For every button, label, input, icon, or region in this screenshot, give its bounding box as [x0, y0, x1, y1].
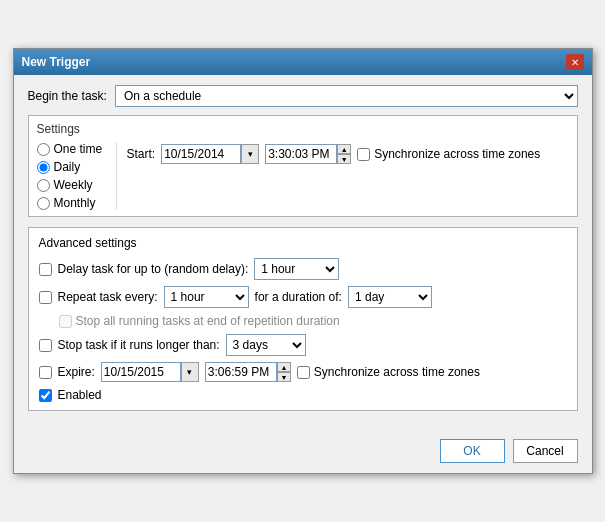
radio-monthly-label: Monthly [54, 196, 96, 210]
expire-row: Expire: ▾ ▲ ▼ Synchronize across time zo… [39, 362, 567, 382]
expire-sync-label: Synchronize across time zones [314, 365, 480, 379]
expire-date-input[interactable] [101, 362, 181, 382]
start-time-input[interactable] [265, 144, 337, 164]
start-time-spin: ▲ ▼ [337, 144, 351, 164]
radio-monthly[interactable]: Monthly [37, 196, 106, 210]
start-date-calendar-btn[interactable]: ▾ [241, 144, 259, 164]
advanced-title: Advanced settings [39, 236, 567, 250]
close-button[interactable]: ✕ [566, 54, 584, 70]
sync-timezone-label: Synchronize across time zones [374, 147, 540, 161]
title-bar: New Trigger ✕ [14, 49, 592, 75]
stop-running-checkbox[interactable] [59, 315, 72, 328]
sync-timezone-row[interactable]: Synchronize across time zones [357, 147, 540, 161]
radio-one-time-input[interactable] [37, 143, 50, 156]
start-date-input[interactable] [161, 144, 241, 164]
enabled-row: Enabled [39, 388, 567, 402]
radio-one-time[interactable]: One time [37, 142, 106, 156]
expire-date-field: ▾ [101, 362, 199, 382]
expire-time-down[interactable]: ▼ [277, 372, 291, 382]
expire-sync-checkbox[interactable] [297, 366, 310, 379]
expire-date-calendar-btn[interactable]: ▾ [181, 362, 199, 382]
radio-group: One time Daily Weekly Monthly [37, 142, 117, 210]
duration-select[interactable]: 1 day 1 hour Indefinitely [348, 286, 432, 308]
cancel-button[interactable]: Cancel [513, 439, 578, 463]
start-date-field: ▾ [161, 144, 259, 164]
delay-task-select[interactable]: 1 hour 30 minutes 1 day Disabled [254, 258, 339, 280]
repeat-task-checkbox[interactable] [39, 291, 52, 304]
expire-checkbox[interactable] [39, 366, 52, 379]
stop-longer-row: Stop task if it runs longer than: 3 days… [39, 334, 567, 356]
repeat-task-row: Repeat task every: 1 hour 30 minutes 1 d… [39, 286, 567, 308]
enabled-checkbox[interactable] [39, 389, 52, 402]
expire-time-field: ▲ ▼ [205, 362, 291, 382]
start-row: Start: ▾ ▲ ▼ [127, 144, 569, 164]
delay-task-row: Delay task for up to (random delay): 1 h… [39, 258, 567, 280]
delay-task-checkbox[interactable] [39, 263, 52, 276]
repeat-task-label: Repeat task every: [58, 290, 158, 304]
stop-longer-checkbox[interactable] [39, 339, 52, 352]
for-duration-label: for a duration of: [255, 290, 342, 304]
radio-daily-label: Daily [54, 160, 81, 174]
radio-one-time-label: One time [54, 142, 103, 156]
radio-daily-input[interactable] [37, 161, 50, 174]
stop-longer-label: Stop task if it runs longer than: [58, 338, 220, 352]
radio-monthly-input[interactable] [37, 197, 50, 210]
begin-label: Begin the task: [28, 89, 107, 103]
settings-inner: One time Daily Weekly Monthly [37, 142, 569, 210]
expire-time-spin: ▲ ▼ [277, 362, 291, 382]
radio-daily[interactable]: Daily [37, 160, 106, 174]
delay-task-label: Delay task for up to (random delay): [58, 262, 249, 276]
start-time-down[interactable]: ▼ [337, 154, 351, 164]
stop-running-label: Stop all running tasks at end of repetit… [76, 314, 340, 328]
expire-time-up[interactable]: ▲ [277, 362, 291, 372]
expire-label: Expire: [58, 365, 95, 379]
new-trigger-dialog: New Trigger ✕ Begin the task: On a sched… [13, 48, 593, 474]
expire-sync-row[interactable]: Synchronize across time zones [297, 365, 480, 379]
repeat-task-select[interactable]: 1 hour 30 minutes 1 day [164, 286, 249, 308]
enabled-label: Enabled [58, 388, 102, 402]
stop-running-row: Stop all running tasks at end of repetit… [59, 314, 567, 328]
settings-group: Settings One time Daily Weekly [28, 115, 578, 217]
radio-weekly-label: Weekly [54, 178, 93, 192]
start-time-up[interactable]: ▲ [337, 144, 351, 154]
dialog-body: Begin the task: On a schedule At log on … [14, 75, 592, 431]
dialog-title: New Trigger [22, 55, 91, 69]
begin-task-row: Begin the task: On a schedule At log on … [28, 85, 578, 107]
start-section: Start: ▾ ▲ ▼ [127, 142, 569, 210]
expire-time-input[interactable] [205, 362, 277, 382]
dialog-footer: OK Cancel [14, 431, 592, 473]
ok-button[interactable]: OK [440, 439, 505, 463]
begin-select[interactable]: On a schedule At log on At startup On an… [115, 85, 578, 107]
stop-longer-select[interactable]: 3 days 1 hour 1 day [226, 334, 306, 356]
radio-weekly[interactable]: Weekly [37, 178, 106, 192]
advanced-settings-group: Advanced settings Delay task for up to (… [28, 227, 578, 411]
radio-weekly-input[interactable] [37, 179, 50, 192]
start-time-field: ▲ ▼ [265, 144, 351, 164]
start-label: Start: [127, 147, 156, 161]
sync-timezone-checkbox[interactable] [357, 148, 370, 161]
settings-title: Settings [37, 122, 569, 136]
